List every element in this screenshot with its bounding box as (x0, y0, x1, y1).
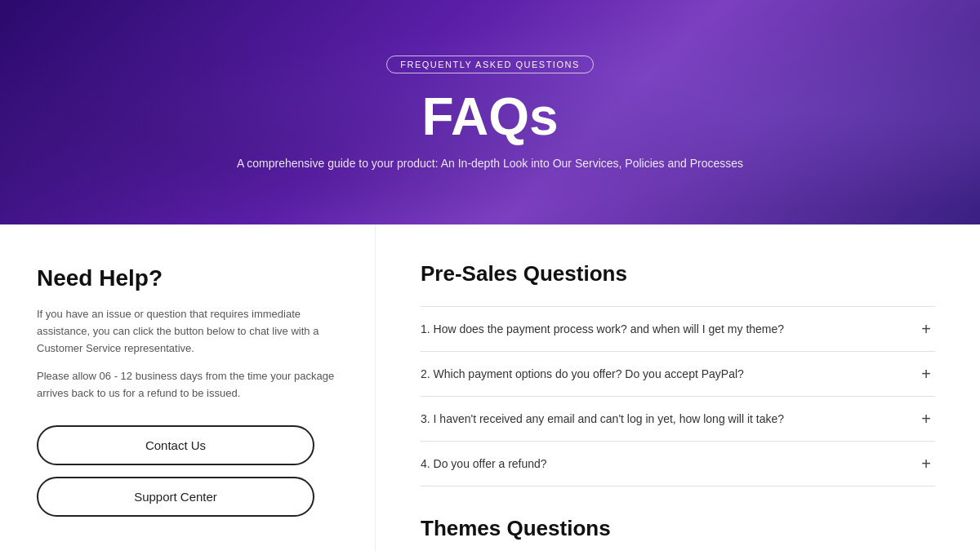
need-help-note: Please allow 06 - 12 business days from … (37, 368, 338, 402)
faq-item-4[interactable]: 4. Do you offer a refund? + (421, 442, 935, 487)
main-content: Need Help? If you have an issue or quest… (0, 224, 980, 551)
faq-item-2[interactable]: 2. Which payment options do you offer? D… (421, 352, 935, 397)
expand-icon-3: + (917, 410, 935, 428)
expand-icon-4: + (917, 455, 935, 473)
contact-us-button[interactable]: Contact Us (37, 425, 314, 465)
hero-section: FREQUENTLY ASKED QUESTIONS FAQs A compre… (0, 0, 980, 224)
need-help-description: If you have an issue or question that re… (37, 306, 338, 357)
faq-badge: FREQUENTLY ASKED QUESTIONS (386, 56, 594, 73)
themes-title: Themes Questions (421, 516, 935, 541)
support-center-button[interactable]: Support Center (37, 477, 314, 517)
expand-icon-1: + (917, 320, 935, 338)
faq-item-3[interactable]: 3. I haven't received any email and can'… (421, 397, 935, 442)
left-panel: Need Help? If you have an issue or quest… (0, 224, 376, 551)
themes-section: Themes Questions 1. Do I get theme updat… (421, 516, 935, 551)
faq-question-1: 1. How does the payment process work? an… (421, 321, 800, 338)
right-panel: Pre-Sales Questions 1. How does the paym… (376, 224, 980, 551)
need-help-heading: Need Help? (37, 265, 338, 291)
page-title: FAQs (421, 87, 558, 147)
faq-question-2: 2. Which payment options do you offer? D… (421, 366, 760, 383)
faq-question-4: 4. Do you offer a refund? (421, 455, 564, 473)
faq-item-1[interactable]: 1. How does the payment process work? an… (421, 306, 935, 352)
faq-question-3: 3. I haven't received any email and can'… (421, 411, 800, 428)
expand-icon-2: + (917, 365, 935, 383)
pre-sales-title: Pre-Sales Questions (421, 261, 935, 287)
hero-subtitle: A comprehensive guide to your product: A… (237, 157, 743, 170)
